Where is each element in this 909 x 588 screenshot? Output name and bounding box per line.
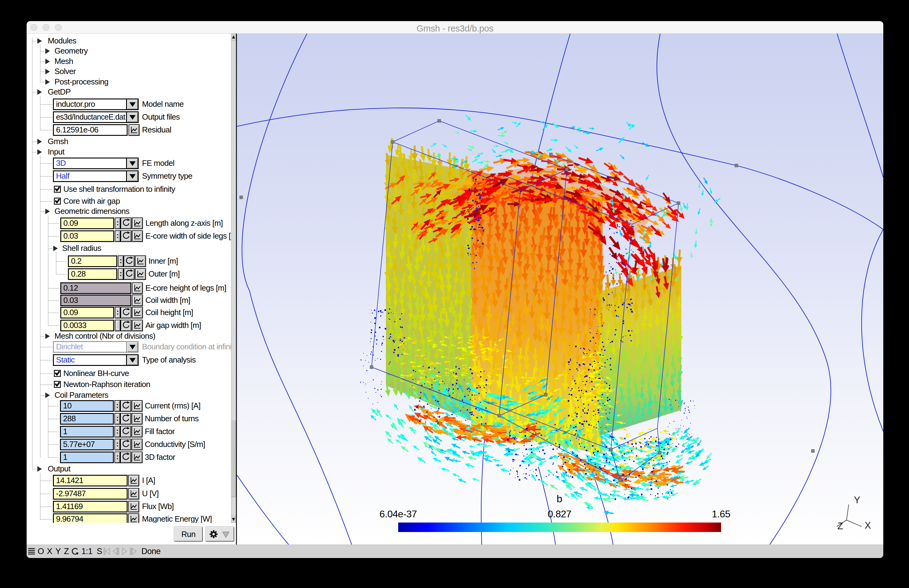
svg-text:b: b (557, 493, 562, 504)
svg-text:Z: Z (837, 521, 843, 531)
svg-text:X: X (865, 520, 871, 531)
svg-text:6.04e-37: 6.04e-37 (380, 509, 417, 520)
svg-text:0.827: 0.827 (548, 509, 571, 520)
svg-text:Y: Y (854, 495, 860, 506)
svg-text:1.65: 1.65 (712, 509, 730, 520)
